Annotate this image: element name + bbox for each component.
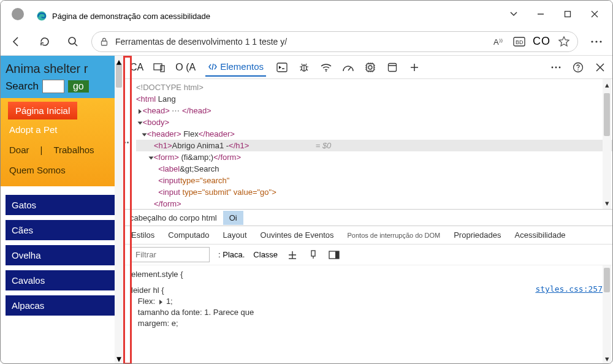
- lock-icon: [99, 37, 109, 47]
- refresh-button[interactable]: [35, 32, 55, 51]
- close-icon[interactable]: [589, 9, 600, 20]
- svg-point-9: [591, 40, 593, 42]
- svg-line-4: [75, 44, 77, 46]
- cat-link[interactable]: Gatos: [6, 195, 118, 215]
- code-icon: [208, 62, 218, 72]
- chevron-down-icon[interactable]: [508, 9, 519, 20]
- console-icon[interactable]: [276, 61, 288, 74]
- cls-toggle[interactable]: Classe: [253, 250, 278, 259]
- highlight-annotation: [123, 56, 132, 364]
- svg-rect-18: [367, 64, 374, 71]
- styles-pane[interactable]: element.style { leider hl { Flex: 1; tam…: [124, 265, 612, 364]
- device-toggle-icon[interactable]: [153, 61, 166, 74]
- address-bar[interactable]: Ferramentas de desenvolvimento 1 1 teste…: [91, 31, 578, 52]
- help-icon[interactable]: [572, 61, 584, 74]
- cat-link[interactable]: Alpacas: [6, 295, 118, 316]
- tab-layout[interactable]: Layout: [223, 230, 247, 240]
- svg-point-24: [559, 66, 561, 68]
- cat-link[interactable]: Cavalos: [6, 270, 118, 290]
- nav-adopt[interactable]: Adopt a Pet: [1, 119, 123, 140]
- memory-icon[interactable]: [364, 61, 376, 74]
- tab-elements[interactable]: Elementos: [205, 58, 266, 77]
- tab-styles[interactable]: Estilos: [131, 230, 154, 240]
- maximize-icon[interactable]: [562, 9, 573, 20]
- profile-avatar[interactable]: [12, 8, 24, 20]
- tab-accessibility[interactable]: Acessibilidade: [515, 230, 566, 240]
- cat-link[interactable]: Cães: [6, 220, 118, 240]
- performance-icon[interactable]: [342, 61, 354, 74]
- application-icon[interactable]: [386, 61, 398, 74]
- styles-filter-input[interactable]: [130, 247, 210, 262]
- dt-label-oa[interactable]: O (A: [175, 62, 196, 73]
- profile-badge[interactable]: CO: [533, 35, 550, 48]
- url-text: Ferramentas de desenvolvimento 1 1 teste…: [115, 37, 487, 47]
- translate-icon[interactable]: BD: [513, 37, 525, 47]
- dt-inspect-label[interactable]: CA: [130, 62, 143, 73]
- svg-text:BD: BD: [516, 39, 524, 45]
- more-icon[interactable]: [587, 32, 606, 51]
- dt-close-icon[interactable]: [594, 61, 606, 74]
- site-title: Anima shelter r: [6, 62, 118, 76]
- search-button[interactable]: [63, 32, 83, 51]
- read-aloud-icon[interactable]: A⁾⁾: [493, 37, 506, 47]
- svg-point-3: [69, 37, 75, 44]
- brush-icon[interactable]: [307, 249, 319, 261]
- nav-home[interactable]: Página Inicial: [8, 102, 77, 119]
- devtools-panel: CA O (A Elementos <!DOCTYPE html> <htm: [123, 56, 612, 364]
- svg-rect-28: [311, 251, 315, 256]
- svg-rect-30: [335, 251, 339, 259]
- svg-point-10: [595, 40, 597, 42]
- browser-tab[interactable]: Página de demonstração com acessibilidad…: [30, 4, 219, 28]
- svg-rect-14: [277, 63, 287, 72]
- search-input[interactable]: [42, 80, 64, 93]
- svg-point-11: [600, 40, 601, 42]
- nav-about[interactable]: Quem Somos: [1, 160, 123, 180]
- svg-rect-13: [161, 66, 164, 72]
- go-button[interactable]: go: [68, 80, 89, 93]
- panel-icon[interactable]: [328, 249, 340, 261]
- svg-point-23: [555, 66, 557, 68]
- svg-rect-20: [389, 63, 397, 71]
- tab-computed[interactable]: Computado: [168, 230, 209, 240]
- svg-rect-2: [565, 12, 571, 17]
- nav-jobs[interactable]: Trabalhos: [53, 145, 94, 155]
- favorite-icon[interactable]: [558, 36, 570, 48]
- dom-selected-line[interactable]: <h1>Abrigo Anima1 -</h1> = $0: [136, 140, 612, 151]
- nav-donate[interactable]: Doar: [9, 145, 29, 155]
- svg-point-16: [326, 70, 327, 72]
- breadcrumb[interactable]: cabeçalho do corpo html Oi: [124, 209, 612, 226]
- cat-link[interactable]: Ovelha: [6, 245, 118, 265]
- svg-line-17: [348, 67, 351, 70]
- edge-icon: [36, 10, 47, 21]
- svg-point-26: [577, 69, 579, 70]
- stylesheet-link[interactable]: styles.css:257: [535, 284, 603, 295]
- bug-icon[interactable]: [298, 61, 310, 74]
- hov-toggle[interactable]: : Placa.: [218, 250, 245, 259]
- back-button[interactable]: [7, 32, 26, 51]
- tab-title: Página de demonstração com acessibilidad…: [52, 12, 210, 21]
- svg-rect-5: [102, 41, 107, 45]
- breadcrumb-active[interactable]: Oi: [223, 211, 243, 225]
- plus-icon[interactable]: [408, 61, 421, 74]
- dom-line[interactable]: <!DOCTYPE html>: [136, 82, 612, 93]
- page-content: Anima shelter r Search go Página Inicial…: [1, 56, 123, 364]
- tab-dom-breakpoints[interactable]: Pontos de interrupção do DOM: [348, 232, 441, 239]
- dom-tree[interactable]: <!DOCTYPE html> <html Lang <head> ⋯ </he…: [124, 79, 612, 209]
- minimize-icon[interactable]: [535, 9, 546, 20]
- svg-point-22: [552, 66, 554, 68]
- dt-more-icon[interactable]: [550, 61, 562, 74]
- tab-properties[interactable]: Propriedades: [454, 230, 501, 240]
- search-label: Search: [6, 80, 39, 93]
- svg-text:A⁾⁾: A⁾⁾: [493, 37, 503, 47]
- svg-point-19: [368, 66, 372, 69]
- tab-listeners[interactable]: Ouvintes de Eventos: [261, 230, 334, 240]
- network-icon[interactable]: [320, 61, 332, 74]
- new-rule-icon[interactable]: [286, 249, 299, 261]
